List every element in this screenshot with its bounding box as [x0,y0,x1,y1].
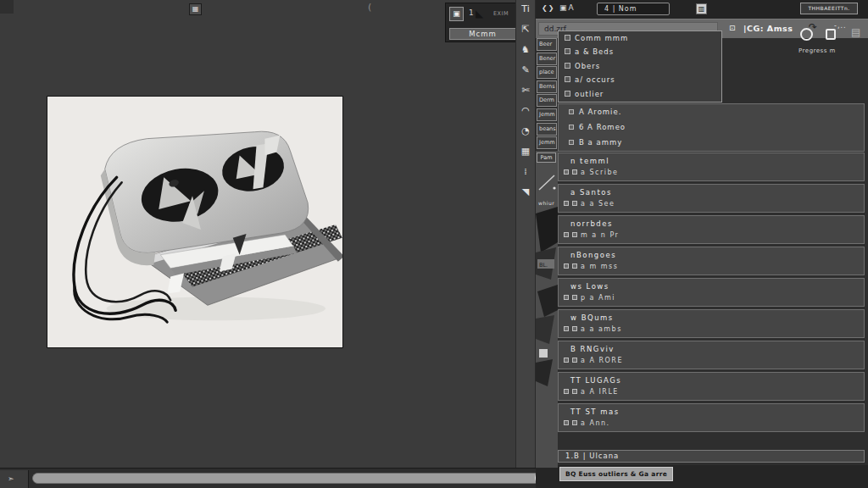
preview-label: Pregress m [798,47,868,54]
layer-thumb-icon [572,169,577,175]
cursor-tool[interactable]: ◥ [516,183,535,203]
tool-glyph: ⁞ [524,166,527,177]
scrollbar-track[interactable] [32,473,541,484]
menu-column-item[interactable]: beans [537,123,557,136]
layer-thumb-icon [564,295,569,300]
swatch-icon[interactable]: ▣ [449,7,464,21]
menu-column-label: Derm [539,97,554,103]
submenu-item[interactable]: B a ammy [559,135,864,150]
layer-thumb-icon [572,201,577,206]
menu-column-label: place [539,69,554,75]
list-icon[interactable]: ▤ [851,26,860,38]
menu-column-item[interactable]: place [537,66,557,79]
layer-title: nBongoes [570,251,616,259]
menu-column-item[interactable]: Beer [537,38,557,51]
layer-group[interactable]: TT LUGAGs a A IRLE [558,372,865,401]
layer-group[interactable]: w BQums a a ambs [558,309,865,338]
mode-icon[interactable]: ❮❯ [542,4,554,12]
layer-subtitle: a Ann. [581,419,610,427]
dropdown-menu: Comm mmm a & Beds Obers a/ occurs outlie… [558,30,722,103]
dropdown-item-label: Obers [575,62,600,70]
tool-glyph: ✎ [521,64,529,75]
square-icon[interactable] [826,29,836,40]
submenu-item[interactable]: 6 A Romeo [559,119,864,135]
dropdown-item[interactable]: Comm mmm [559,31,721,45]
lasso-tool[interactable]: ♞ [516,41,535,61]
layer-group[interactable]: ws Lows p a Ami [558,278,865,307]
clone-tool[interactable]: ✄ [516,81,535,102]
brush-tool[interactable]: ✎ [516,61,535,81]
workspace-button[interactable]: THHBAEEITTn. [800,3,858,14]
menu-item-icon [565,76,570,82]
layer-group[interactable]: n temml a Scribe [558,152,865,181]
layer-title: n temml [570,157,609,165]
app-icon [0,0,14,14]
layer-group[interactable]: TT ST mas a Ann. [558,403,865,432]
menu-column-item[interactable]: Bener [537,53,557,65]
document-image[interactable] [47,96,343,348]
app-window: ▦ ( ▣ 1 ◣ EXIM Mcmm [0,0,868,488]
dropdown-item[interactable]: outlier [559,87,721,101]
curve-tool[interactable]: ◠ [516,102,535,122]
tool-glyph: Ti [521,3,529,14]
tool-glyph: ◠ [521,105,530,116]
tool-strip: Ti ⇱ ♞ ✎ ✄ ◠ ◔ ▦ ⁞ ◥ [515,0,536,468]
layer-thumb-icon [564,358,569,363]
layer-subtitle: m a n Pr [581,231,619,239]
layer-title: a Santos [570,188,612,197]
circle-icon[interactable] [800,28,813,41]
layer-thumb-icon [572,232,577,237]
menu-column-item[interactable]: Berns [537,80,557,93]
dropdown-item[interactable]: Obers [559,59,721,73]
scroll-hand-icon[interactable]: ➣ [0,470,29,488]
layer-title: ws Lows [570,282,609,291]
layer-subtitle: p a Ami [581,294,615,302]
dots-tool[interactable]: ⁞ [516,163,535,183]
menu-column-label: Jemm [539,111,555,118]
menu-column-label: Bener [539,55,555,62]
dropdown-item[interactable]: a & Beds [559,45,721,58]
submenu-item[interactable]: A Aromie. [559,104,864,119]
layer-group[interactable]: a Santos a a See [558,184,865,213]
menu-item-icon [565,35,570,41]
layers-footer[interactable]: 1.B | Ulcana [558,450,865,463]
panel-tool[interactable]: ▦ [516,142,535,163]
menu-column-item[interactable]: Jemm [537,136,557,149]
layer-title: w BQums [570,313,614,322]
submenu-item-icon [569,140,574,145]
menu-item-icon [565,63,570,69]
swap-icon[interactable]: ▥ [696,3,707,14]
grid-icon[interactable]: ▦ [189,3,202,15]
menu-button[interactable]: Mcmm [449,28,516,40]
menu-column-item[interactable]: Derm [537,94,557,107]
move-tool[interactable]: ⇱ [516,20,535,41]
right-panel: ❮❯ ▣A 4 | Nom ▥ THHBAEEITTn. dd.zrf ⊡ |C… [536,0,868,488]
pam-button[interactable]: Pam [537,152,556,163]
menu-column-label: Jemm [539,139,555,146]
breadcrumb[interactable]: |CG: Amss [743,24,793,33]
layer-group[interactable]: B RNGviv a A RORE [558,341,865,369]
menu-column-item[interactable]: Jemm [537,108,557,121]
menu-column-label: beans [539,125,556,132]
layer-title: B RNGviv [570,345,615,353]
layer-thumb-icon [572,420,577,425]
tool-glyph: ◥ [522,186,529,197]
tool-glyph: ◔ [521,125,530,136]
layer-thumb-icon [564,201,569,206]
dropdown-item[interactable]: a/ occurs [559,73,721,86]
text-tool[interactable]: Ti [516,0,535,20]
layer-thumb-icon [572,295,577,300]
layer-subtitle: a Scribe [581,169,618,176]
layer-thumb-icon [564,232,569,237]
submenu-item-label: 6 A Romeo [579,123,626,131]
reel-device-illustration [47,97,342,347]
folder-icon: ⊡ [729,24,736,32]
layer-title: TT ST mas [570,408,620,416]
group-icons[interactable]: ▣A [559,3,576,12]
layer-subtitle: a A RORE [581,357,623,364]
camera-tool[interactable]: ◔ [516,122,535,142]
layer-group[interactable]: norrbdes m a n Pr [558,215,865,244]
tool-preset-dropdown[interactable]: 4 | Nom [597,3,670,15]
layer-subtitle: a m mss [581,263,618,270]
layer-group[interactable]: nBongoes a m mss [558,247,865,275]
